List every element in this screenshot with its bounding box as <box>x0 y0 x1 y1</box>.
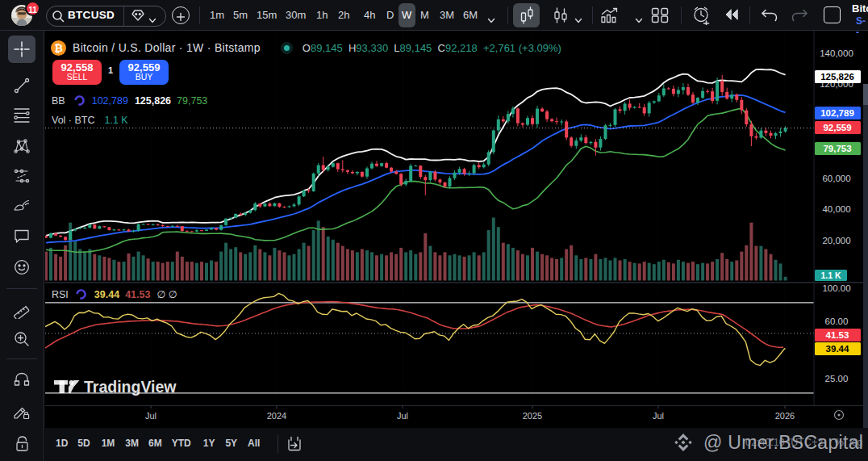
svg-text:1.1 K: 1.1 K <box>820 270 841 280</box>
svg-text:TradingView: TradingView <box>84 378 177 396</box>
svg-text:60,000: 60,000 <box>822 174 850 183</box>
svg-text:2024: 2024 <box>267 411 286 421</box>
svg-text:39.44: 39.44 <box>826 344 849 354</box>
svg-text:60.00: 60.00 <box>825 316 849 326</box>
svg-text:102,789: 102,789 <box>820 108 854 118</box>
svg-text:125,826: 125,826 <box>820 72 854 82</box>
svg-text:79,753: 79,753 <box>823 144 851 153</box>
svg-text:100.00: 100.00 <box>822 283 850 293</box>
svg-text:20,000: 20,000 <box>822 236 850 245</box>
svg-text:41.53: 41.53 <box>826 330 849 340</box>
svg-text:25.00: 25.00 <box>825 374 849 383</box>
svg-text:Jul: Jul <box>397 411 408 421</box>
svg-text:Jul: Jul <box>145 411 156 421</box>
svg-text:40,000: 40,000 <box>822 204 850 214</box>
svg-text:2026: 2026 <box>775 411 795 421</box>
svg-text:92,559: 92,559 <box>823 123 851 132</box>
svg-text:140,000: 140,000 <box>820 48 853 58</box>
svg-text:Jul: Jul <box>653 411 664 421</box>
svg-text:2025: 2025 <box>523 411 542 421</box>
